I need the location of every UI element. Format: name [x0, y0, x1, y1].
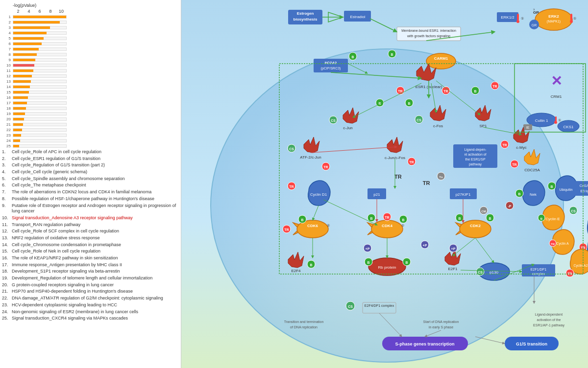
svg-text:IE: IE [526, 126, 530, 129]
svg-text:Cul1/Rbx1: Cul1/Rbx1 [580, 184, 588, 187]
list-item-label: DNA damage_ATM/ATR regulation of G2/M ch… [12, 296, 163, 301]
bar-fill [13, 107, 26, 110]
list-item-9[interactable]: 9.Putative role of Estrogen receptor and… [2, 203, 179, 214]
bar-fill [13, 37, 44, 40]
list-item-8[interactable]: 8.Possible regulation of HSF-1/chaperone… [2, 196, 179, 202]
svg-text:Nek: Nek [530, 192, 537, 197]
svg-text:✕: ✕ [551, 73, 562, 89]
bar-fill [13, 48, 39, 50]
list-item-17[interactable]: 17.Immune response_Antigen presentation … [2, 262, 179, 268]
list-item-12[interactable]: 12.Cell cycle_Role of SCF complex in cel… [2, 229, 179, 234]
bar-row-16: 16 [3, 95, 178, 100]
list-item-16[interactable]: 16.The role of KEAP1/NRF2 pathway in ski… [2, 255, 179, 261]
bar-fill [13, 80, 31, 83]
list-item-10[interactable]: 10.Signal transduction_Adenosine A3 rece… [2, 215, 179, 221]
svg-text:Rb protein: Rb protein [378, 265, 396, 270]
list-item-24[interactable]: 24.Non-genomic signaling of ESR2 (membra… [2, 309, 179, 315]
svg-text:Start of DNA replication: Start of DNA replication [423, 320, 459, 324]
svg-text:Ligand-depen-: Ligand-depen- [464, 148, 487, 152]
bar-fill [13, 64, 34, 67]
bar-row-7: 7 [3, 47, 178, 51]
list-item-2[interactable]: 2.Cell cycle_ESR1 regulation of G1/S tra… [2, 156, 179, 162]
list-item-14[interactable]: 14.Cell cycle_Chromosome condensation in… [2, 242, 179, 248]
bar-background [13, 107, 67, 110]
svg-text:c-Fos: c-Fos [433, 124, 443, 128]
svg-text:①: ① [573, 17, 576, 20]
list-item-label: Cell cycle_Cell cycle (generic schema) [12, 169, 87, 175]
list-item-6[interactable]: 6.Cell cycle_The metaphase checkpoint [2, 183, 179, 188]
svg-text:TR: TR [551, 243, 555, 246]
list-area[interactable]: 1.Cell cycle_Role of APC in cell cycle r… [0, 148, 181, 368]
list-item-number: 2. [2, 156, 11, 162]
bar-number: 7 [3, 47, 11, 51]
list-item-number: 13. [2, 235, 11, 241]
bar-number: 11 [3, 69, 11, 73]
svg-text:(pCIP/SRC3): (pCIP/SRC3) [321, 67, 341, 70]
svg-text:CS: CS [478, 271, 483, 274]
svg-text:B: B [474, 90, 476, 93]
list-item-4[interactable]: 4.Cell cycle_Cell cycle (generic schema) [2, 169, 179, 175]
bar-row-12: 12 [3, 74, 178, 78]
svg-text:TR: TR [394, 174, 402, 180]
list-item-22[interactable]: 22.DNA damage_ATM/ATR regulation of G2/M… [2, 296, 179, 301]
svg-rect-54 [555, 116, 557, 121]
right-panel: Estrogen biosynthesis Estradiol Membrane… [181, 0, 588, 368]
bar-background [13, 101, 67, 105]
list-item-label: Cell cycle_Role of APC in cell cycle reg… [12, 149, 101, 155]
bar-background [13, 47, 67, 51]
list-item-1[interactable]: 1.Cell cycle_Role of APC in cell cycle r… [2, 149, 179, 155]
bar-fill [13, 139, 20, 142]
list-item-21[interactable]: 21.HSP70 and HSP40-dependent folding in … [2, 289, 179, 295]
bar-number: 1 [3, 15, 11, 19]
list-item-number: 18. [2, 269, 11, 275]
bar-background [13, 139, 67, 142]
bar-row-23: 23 [3, 133, 178, 138]
list-item-number: 7. [2, 189, 11, 195]
list-item-7[interactable]: 7.The role of aberrations in CDKN2 locus… [2, 189, 179, 195]
tick-2: 2 [13, 9, 24, 14]
bar-row-13: 13 [3, 79, 178, 84]
bar-number: 2 [3, 20, 11, 24]
svg-text:TR: TR [423, 180, 430, 186]
list-item-label: G protein-coupled receptors signaling in… [12, 282, 114, 288]
svg-text:CDK2: CDK2 [470, 224, 481, 228]
bar-fill [13, 43, 42, 45]
bar-number: 18 [3, 106, 11, 111]
svg-text:B: B [550, 185, 553, 188]
bar-number: 3 [3, 25, 11, 30]
list-item-18[interactable]: 18.Development_S1P1 receptor signaling v… [2, 269, 179, 275]
svg-text:CS: CS [289, 147, 294, 151]
list-item-13[interactable]: 13.NRF2 regulation of oxidative stress r… [2, 235, 179, 241]
list-item-15[interactable]: 15.Cell cycle_Role of Nek in cell cycle … [2, 249, 179, 254]
svg-text:+P: +P [366, 247, 370, 251]
svg-text:CRM1: CRM1 [551, 94, 562, 99]
svg-text:①: ① [558, 118, 561, 122]
list-item-20[interactable]: 20.G protein-coupled receptors signaling… [2, 282, 179, 288]
list-item-3[interactable]: 3.Cell cycle_Regulation of G1/S transiti… [2, 162, 179, 168]
svg-text:CDK4: CDK4 [382, 224, 392, 228]
svg-text:TR: TR [502, 143, 507, 147]
list-item-23[interactable]: 23.HCV-dependent cytoplasmic signaling l… [2, 302, 179, 308]
list-item-number: 25. [2, 316, 11, 322]
tick-4: 4 [24, 9, 34, 14]
svg-text:NCOA3: NCOA3 [325, 61, 337, 65]
tick-8: 8 [45, 9, 56, 14]
svg-text:Ligand-dependent: Ligand-dependent [535, 313, 563, 317]
list-item-25[interactable]: 25.Signal transduction_CXCR4 signaling v… [2, 316, 179, 322]
list-item-11[interactable]: 11.Transport_RAN regulation pathway [2, 222, 179, 228]
bar-fill [13, 59, 35, 61]
list-item-19[interactable]: 19.Development_Regulation of telomere le… [2, 276, 179, 281]
bar-background [13, 21, 67, 24]
svg-text:ERK1/2: ERK1/2 [501, 15, 514, 20]
svg-text:S-phase genes transcription: S-phase genes transcription [395, 342, 454, 346]
list-item-number: 5. [2, 176, 11, 182]
list-item-label: Immune response_Antigen presentation by … [12, 262, 122, 268]
list-item-5[interactable]: 5.Cell cycle_Spindle assembly and chromo… [2, 176, 179, 182]
list-item-label: Cell cycle_Spindle assembly and chromoso… [12, 176, 125, 182]
left-panel: -log(pValue) 2 4 6 8 10 1234567891011121… [0, 0, 181, 368]
list-item-label: Cell cycle_Chromosome condensation in pr… [12, 242, 121, 248]
list-item-number: 6. [2, 183, 11, 188]
bar-number: 24 [3, 138, 11, 143]
svg-text:TR: TR [398, 90, 402, 93]
bar-row-11: 11 [3, 69, 178, 73]
